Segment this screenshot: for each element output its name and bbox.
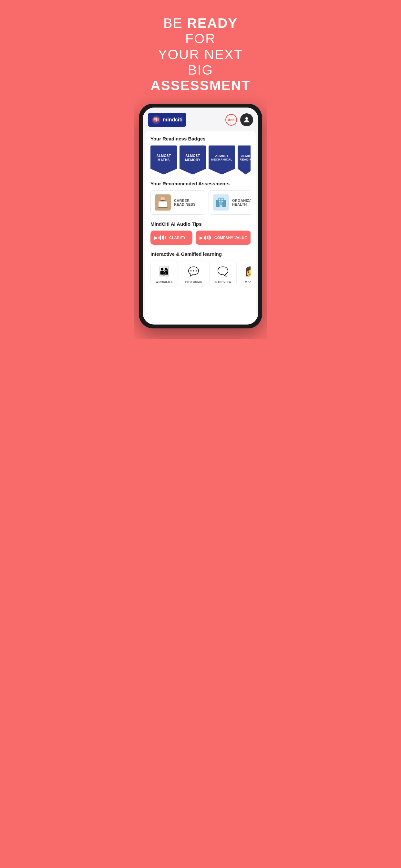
org-label: ORGANIZATIONHEALTH (232, 198, 251, 206)
app-logo[interactable]: mindciti (148, 113, 186, 127)
audio-scroll: ▶ CLARITY (150, 230, 251, 245)
header-icons: Ads (225, 113, 253, 126)
audio-card-company[interactable]: ▶ COMPANY VALUE (196, 230, 251, 245)
badge-mechanical[interactable]: ALMOSTMECHANICAL (209, 145, 235, 175)
procoms-label: PRO COMS (185, 280, 202, 283)
gamified-section: Interactive & Gamified learning 👨‍👩‍👦 WO… (150, 251, 251, 286)
hero-section: BE READY FORYOUR NEXT BIGASSESSMENT (134, 0, 267, 104)
audio-play-icon-2: ▶ (199, 235, 211, 240)
phone-frame: mindciti Ads Your Readiness Badges (139, 104, 262, 329)
assessments-scroll: CAREERREADINESS (150, 190, 251, 215)
svg-rect-6 (158, 202, 167, 207)
svg-rect-7 (158, 207, 167, 208)
hero-line1: BE READY FORYOUR NEXT BIGASSESSMENT (150, 16, 250, 93)
worklife-icon: 👨‍👩‍👦 (157, 264, 172, 278)
gamified-card-interview[interactable]: 🗨️ INTERVIEW (209, 260, 237, 286)
gamified-card-procoms[interactable]: 💬 PRO COMS (180, 260, 207, 286)
svg-point-3 (245, 117, 248, 120)
profile-icon[interactable] (240, 113, 253, 126)
procoms-icon: 💬 (187, 264, 201, 278)
assessments-section: Your Recommended Assessments (150, 181, 251, 215)
hero-title: BE READY FORYOUR NEXT BIGASSESSMENT (147, 16, 254, 93)
assessment-card-org[interactable]: ORGANIZATIONHEALTH (209, 190, 251, 215)
audio-play-icon: ▶ (154, 235, 166, 240)
brain-icon (152, 115, 161, 124)
badge-reading[interactable]: ALMOREADIN (238, 145, 251, 175)
mam-icon: 👩 (243, 264, 251, 278)
svg-rect-12 (222, 200, 226, 207)
audio-section: MindCiti AI Audio Tips ▶ (150, 221, 251, 245)
gamified-scroll: 👨‍👩‍👦 WORK/LIFE 💬 PRO COMS 🗨️ INTERVIEW … (150, 260, 251, 286)
svg-rect-13 (219, 198, 220, 200)
org-thumb (213, 194, 229, 211)
gamified-card-mam[interactable]: 👩 MAM... (239, 260, 251, 286)
audio-title: MindCiti AI Audio Tips (150, 221, 251, 227)
badges-scroll: ALMOSTMATHS ALMOSTMEMORY ALMOSTMECHANICA… (150, 145, 251, 175)
interview-icon: 🗨️ (216, 264, 230, 278)
gamified-card-worklife[interactable]: 👨‍👩‍👦 WORK/LIFE (150, 260, 178, 286)
badge-maths[interactable]: ALMOSTMATHS (150, 145, 177, 175)
gamified-title: Interactive & Gamified learning (150, 251, 251, 257)
app-header: mindciti Ads (143, 107, 258, 131)
assessment-card-career[interactable]: CAREERREADINESS (150, 190, 205, 215)
badge-memory[interactable]: ALMOSTMEMORY (180, 145, 206, 175)
assessments-title: Your Recommended Assessments (150, 181, 251, 186)
svg-rect-14 (221, 198, 223, 200)
ads-icon[interactable]: Ads (225, 114, 237, 126)
worklife-label: WORK/LIFE (156, 280, 173, 283)
svg-rect-16 (221, 201, 223, 202)
svg-rect-11 (216, 200, 219, 207)
svg-rect-15 (219, 201, 220, 202)
audio-clarity-label: CLARITY (169, 236, 186, 240)
logo-text: mindciti (163, 117, 182, 123)
career-label: CAREERREADINESS (174, 198, 196, 206)
interview-label: INTERVIEW (214, 280, 232, 283)
audio-card-clarity[interactable]: ▶ CLARITY (150, 230, 192, 245)
phone-screen: mindciti Ads Your Readiness Badges (143, 107, 258, 324)
badges-section: Your Readiness Badges ALMOSTMATHS ALMOST… (150, 136, 251, 175)
mam-label: MAM... (245, 280, 251, 283)
career-thumb (155, 194, 171, 211)
svg-rect-17 (220, 205, 222, 207)
audio-company-label: COMPANY VALUE (214, 236, 247, 240)
app-content: Your Readiness Badges ALMOSTMATHS ALMOST… (145, 131, 256, 324)
badges-title: Your Readiness Badges (150, 136, 251, 142)
